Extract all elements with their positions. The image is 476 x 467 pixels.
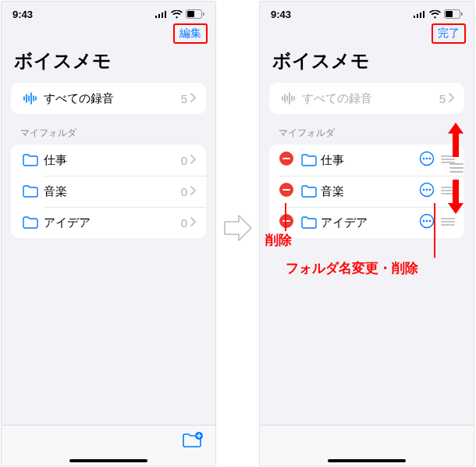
all-recordings-label: すべての録音 [41, 91, 181, 106]
new-folder-icon [183, 432, 203, 449]
folders-card: 仕事 0 音楽 0 アイデア 0 [11, 144, 206, 238]
chevron-right-icon [190, 184, 197, 198]
all-recordings-row[interactable]: すべての録音 5 [269, 83, 464, 114]
folder-icon [20, 185, 41, 198]
svg-rect-1 [158, 14, 160, 18]
minus-circle-icon [279, 182, 294, 198]
reorder-handle[interactable] [441, 216, 455, 230]
all-recordings-card: すべての録音 5 [269, 83, 464, 114]
svg-rect-37 [282, 189, 290, 191]
folder-label: アイデア [41, 216, 181, 230]
signal-icon [414, 10, 426, 18]
folder-icon [300, 216, 318, 229]
wifi-icon [171, 10, 183, 19]
wifi-icon [429, 10, 441, 19]
svg-rect-16 [420, 12, 421, 18]
folder-label: 音楽 [41, 184, 181, 199]
svg-point-41 [429, 189, 432, 191]
status-time: 9:43 [271, 9, 291, 20]
delete-folder-button[interactable] [279, 213, 294, 232]
svg-point-39 [423, 189, 425, 191]
battery-icon [186, 9, 204, 19]
annotation-line-more [434, 203, 435, 258]
svg-point-32 [429, 158, 432, 160]
grip-lines-icon [441, 217, 455, 226]
bottom-bar [260, 425, 474, 465]
status-bar: 9:43 [2, 2, 215, 23]
chevron-right-icon [190, 153, 197, 167]
reorder-down-arrow-icon [446, 178, 465, 216]
annotation-line-delete [285, 203, 286, 231]
svg-point-40 [426, 189, 428, 191]
battery-icon [444, 9, 463, 19]
new-folder-button[interactable] [183, 432, 203, 452]
delete-folder-button[interactable] [279, 182, 294, 201]
folder-row-0[interactable]: 仕事 [269, 144, 464, 176]
folder-count: 0 [181, 154, 187, 167]
all-recordings-row[interactable]: すべての録音 5 [11, 83, 206, 114]
all-recordings-label: すべての録音 [299, 91, 439, 106]
reorder-handle-annotation-icon [449, 162, 464, 173]
minus-circle-icon [279, 213, 294, 229]
ellipsis-circle-icon [419, 182, 435, 198]
phone-normal: 9:43 編集 ボイスメモ すべての録音 5 マイフォルダ [1, 1, 216, 466]
folder-more-button[interactable] [419, 151, 435, 169]
folder-more-button[interactable] [419, 182, 435, 201]
done-button[interactable]: 完了 [432, 23, 466, 44]
folder-row-1[interactable]: 音楽 [269, 176, 464, 207]
toolbar: 編集 [2, 23, 215, 45]
svg-point-48 [423, 220, 425, 223]
annotation-label-delete: 削除 [265, 231, 292, 249]
folder-row-1[interactable]: 音楽 0 [11, 176, 206, 207]
folder-icon [300, 185, 318, 198]
chevron-right-icon [449, 91, 455, 105]
status-indicators [155, 9, 204, 19]
transition-arrow-icon [223, 212, 254, 244]
folder-label: アイデア [318, 216, 414, 230]
all-recordings-count: 5 [181, 92, 187, 105]
svg-rect-20 [461, 12, 463, 16]
folder-row-0[interactable]: 仕事 0 [11, 144, 206, 176]
status-indicators [414, 9, 463, 19]
signal-icon [155, 10, 168, 18]
svg-point-30 [423, 158, 425, 160]
svg-point-50 [429, 220, 432, 223]
ellipsis-circle-icon [419, 151, 435, 166]
svg-rect-46 [282, 220, 290, 222]
svg-rect-3 [165, 11, 166, 18]
toolbar: 完了 [260, 23, 474, 45]
all-recordings-count: 5 [439, 92, 446, 105]
chevron-right-icon [190, 91, 197, 105]
svg-rect-14 [414, 16, 415, 18]
svg-rect-5 [187, 11, 194, 17]
delete-folder-button[interactable] [279, 151, 294, 169]
svg-rect-2 [162, 12, 163, 18]
folder-icon [20, 216, 41, 229]
svg-point-31 [426, 158, 428, 160]
ellipsis-circle-icon [419, 213, 435, 229]
home-indicator[interactable] [69, 459, 147, 462]
svg-rect-28 [282, 158, 290, 159]
folder-label: 仕事 [318, 153, 414, 168]
home-indicator[interactable] [328, 459, 406, 462]
folder-icon [300, 154, 318, 166]
folder-icon [20, 154, 41, 166]
svg-rect-6 [203, 12, 204, 16]
waveform-icon [279, 92, 299, 105]
bottom-bar [2, 425, 215, 465]
folder-count: 0 [181, 216, 187, 230]
svg-rect-15 [417, 14, 418, 18]
minus-circle-icon [279, 151, 294, 166]
page-title: ボイスメモ [2, 45, 215, 83]
folder-label: 音楽 [318, 184, 414, 199]
edit-button[interactable]: 編集 [173, 23, 208, 44]
svg-rect-17 [423, 11, 424, 18]
status-time: 9:43 [12, 9, 33, 20]
chevron-right-icon [190, 216, 197, 230]
svg-rect-0 [155, 16, 157, 18]
folder-count: 0 [181, 185, 187, 198]
folder-label: 仕事 [41, 153, 181, 168]
folder-row-2[interactable]: アイデア 0 [11, 207, 206, 238]
svg-rect-19 [446, 11, 453, 17]
folder-more-button[interactable] [419, 213, 435, 232]
